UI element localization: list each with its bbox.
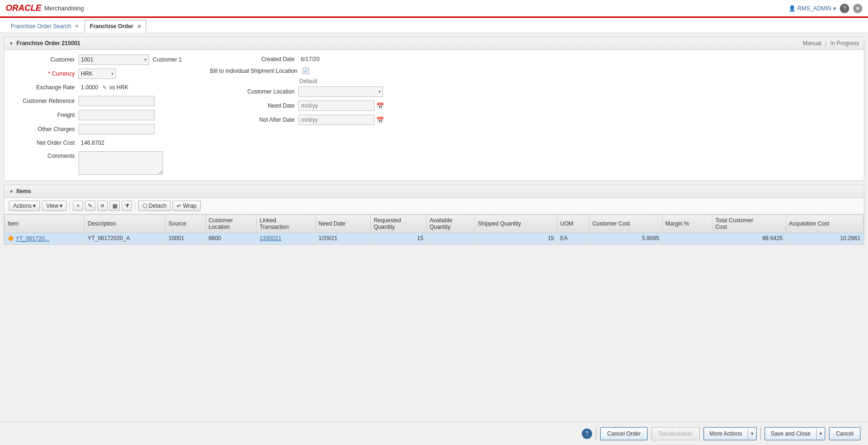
- save-and-close-main-button[interactable]: Save and Close: [765, 427, 816, 440]
- net-order-cost-value: 146.8702: [78, 138, 107, 148]
- form-right-col: Created Date 6/17/20 Bill to individual …: [210, 55, 398, 179]
- exchange-rate-edit-icon[interactable]: ✎: [102, 85, 107, 91]
- cell-margin: [662, 233, 712, 244]
- view-label: View: [46, 203, 58, 209]
- bill-to-checkbox[interactable]: ✓: [303, 68, 309, 74]
- other-charges-row: Other Charges: [14, 124, 182, 134]
- freeze-button[interactable]: ▦: [109, 201, 120, 211]
- cell-uom: EA: [557, 233, 589, 244]
- help-button[interactable]: ?: [582, 429, 592, 439]
- comments-textarea[interactable]: [78, 151, 163, 175]
- not-after-date-label: Not After Date: [210, 117, 295, 123]
- cell-available-qty: [426, 233, 475, 244]
- app-header: ORACLE Merchandising 👤 RMS_ADMIN ▾ ? ▼: [0, 0, 868, 18]
- exchange-rate-value: 1.0000: [78, 83, 101, 92]
- cancel-button[interactable]: Cancel: [829, 427, 860, 440]
- customer-ref-row: Customer Reference: [14, 96, 182, 106]
- form-content: Customer 1001 ▾ Customer 1 * Currency HR…: [4, 50, 864, 180]
- cell-total-customer-cost: 88.6425: [712, 233, 786, 244]
- need-date-input[interactable]: [298, 101, 375, 111]
- items-table-container: Item Description Source CustomerLocation…: [4, 214, 864, 244]
- edit-icon: ✎: [88, 203, 93, 209]
- need-date-label: Need Date: [210, 102, 295, 109]
- franchise-order-panel: ▼ Franchise Order 215001 Manual | In Pro…: [4, 37, 864, 181]
- not-after-date-calendar-icon[interactable]: 📅: [376, 117, 384, 124]
- items-collapse-icon[interactable]: ▼: [9, 189, 14, 194]
- user-menu[interactable]: 👤 RMS_ADMIN ▾: [789, 5, 836, 12]
- panel-title-left: ▼ Franchise Order 215001: [9, 40, 80, 47]
- wrap-button[interactable]: ↵ Wrap: [172, 201, 200, 211]
- filter-button[interactable]: ⧩: [122, 201, 132, 211]
- bottom-separator-2: [760, 427, 761, 440]
- cancel-order-button[interactable]: Cancel Order: [600, 427, 648, 440]
- cell-description: YT_06172020_A: [85, 233, 165, 244]
- save-and-close-dropdown-button[interactable]: ▾: [816, 427, 825, 440]
- customer-location-dropdown-arrow: ▾: [378, 89, 381, 94]
- global-help-icon[interactable]: ?: [840, 4, 849, 13]
- cell-requested-qty: 15: [371, 233, 427, 244]
- tab-franchise-order-search[interactable]: Franchise Order Search ✕: [6, 19, 84, 32]
- freeze-icon: ▦: [112, 203, 117, 209]
- add-row-button[interactable]: +: [73, 201, 83, 211]
- tab-label: Franchise Order: [90, 23, 133, 30]
- tab-franchise-order[interactable]: Franchise Order ✕: [85, 20, 146, 33]
- filter-icon: ⧩: [125, 203, 129, 209]
- tab-close-order[interactable]: ✕: [137, 24, 141, 29]
- col-header-margin: Margin %: [662, 215, 712, 233]
- customer-ref-input[interactable]: [78, 96, 155, 106]
- other-charges-input[interactable]: [78, 124, 155, 134]
- col-header-acquisition-cost: Acquisition Cost: [786, 215, 863, 233]
- save-and-close-split-button: Save and Close ▾: [765, 427, 825, 440]
- detach-button[interactable]: ⬡ Detach: [138, 201, 171, 211]
- view-dropdown-icon: ▾: [60, 203, 63, 209]
- collapse-icon[interactable]: ▼: [9, 41, 14, 46]
- cell-item: 🔶 YT_061720...: [5, 233, 85, 244]
- cell-customer-cost: 5.9095: [589, 233, 662, 244]
- edit-row-button[interactable]: ✎: [85, 201, 95, 211]
- items-toolbar: Actions ▾ View ▾ + ✎ ✕ ▦ ⧩: [4, 198, 864, 214]
- oracle-logo: ORACLE: [6, 3, 41, 13]
- customer-name: Customer 1: [153, 56, 182, 63]
- tab-close-search[interactable]: ✕: [75, 23, 78, 29]
- header-left: ORACLE Merchandising: [6, 3, 84, 13]
- actions-dropdown-icon: ▾: [33, 203, 36, 209]
- item-link[interactable]: YT_061720...: [16, 235, 49, 242]
- customer-location-label: Customer Location: [210, 88, 295, 95]
- customer-location-row: Customer Location ▾: [210, 86, 398, 97]
- bottom-separator-1: [596, 427, 596, 440]
- bottom-spacer: [4, 249, 864, 277]
- row-flag-icon: 🔶: [8, 235, 14, 242]
- col-header-need-date: Need Date: [315, 215, 370, 233]
- wrap-label: Wrap: [183, 203, 196, 209]
- tab-label: Franchise Order Search: [11, 23, 71, 30]
- cell-shipped-qty: 15: [475, 233, 557, 244]
- tab-bar: Franchise Order Search ✕ Franchise Order…: [0, 18, 868, 33]
- customer-row: Customer 1001 ▾ Customer 1: [14, 55, 182, 65]
- cell-acquisition-cost: 10.2861: [786, 233, 863, 244]
- view-button[interactable]: View ▾: [42, 201, 67, 211]
- freight-input[interactable]: [78, 110, 155, 120]
- settings-icon[interactable]: ▼: [853, 4, 862, 13]
- currency-select[interactable]: HRK ▾: [78, 69, 116, 79]
- customer-select[interactable]: 1001 ▾: [78, 55, 149, 65]
- actions-button[interactable]: Actions ▾: [9, 201, 40, 211]
- more-actions-dropdown-button[interactable]: ▾: [748, 427, 757, 440]
- created-date-row: Created Date 6/17/20: [210, 55, 398, 64]
- freight-label: Freight: [14, 112, 75, 118]
- need-date-calendar-icon[interactable]: 📅: [376, 102, 384, 109]
- bill-to-row: Bill to individual Shipment Location ✓: [210, 68, 398, 74]
- currency-label: * Currency: [14, 70, 75, 77]
- items-title-left: ▼ Items: [9, 188, 31, 195]
- col-header-shipped-qty: Shipped Quantity: [475, 215, 557, 233]
- net-order-cost-label: Net Order Cost: [14, 140, 75, 146]
- customer-location-select[interactable]: ▾: [298, 86, 383, 97]
- more-actions-main-button[interactable]: More Actions: [704, 427, 748, 440]
- customer-value: 1001: [81, 56, 94, 63]
- franchise-order-panel-header: ▼ Franchise Order 215001 Manual | In Pro…: [4, 37, 864, 50]
- table-row[interactable]: 🔶 YT_061720... YT_06172020_A 10001 8800 …: [5, 233, 864, 244]
- col-header-item: Item: [5, 215, 85, 233]
- linked-transaction-link[interactable]: 1330021: [259, 235, 282, 242]
- delete-row-button[interactable]: ✕: [97, 201, 108, 211]
- not-after-date-input[interactable]: [298, 115, 375, 125]
- need-date-row: Need Date 📅: [210, 101, 398, 111]
